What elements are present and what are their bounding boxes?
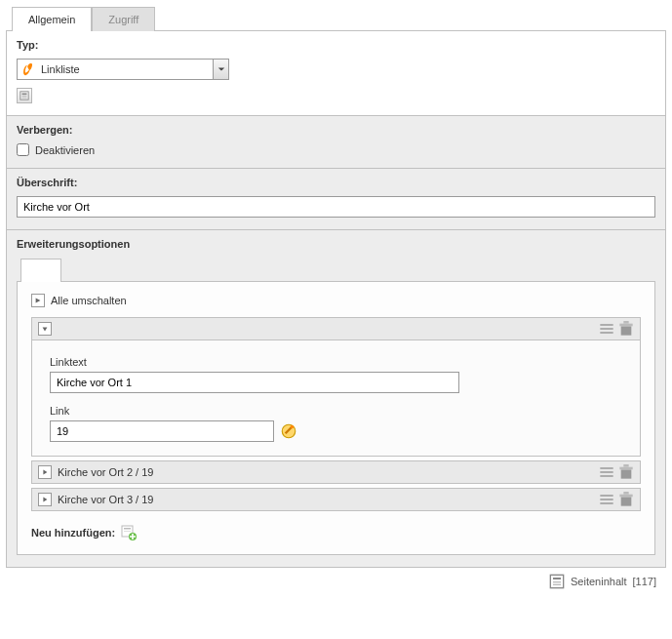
deactivate-label: Deaktivieren [35,144,95,156]
svg-rect-4 [623,321,628,324]
deactivate-row[interactable]: Deaktivieren [17,143,655,156]
main-tab-bar: Allgemein Zugriff [12,6,666,30]
drag-icon[interactable] [599,492,614,507]
item-3-summary: Kirche vor Ort 3 / 19 [58,494,593,505]
svg-rect-10 [124,528,131,530]
delete-icon[interactable] [618,321,634,337]
tab-access[interactable]: Zugriff [92,7,155,31]
svg-rect-14 [553,578,561,579]
page-content-icon [549,574,565,589]
footer-label: Seiteninhalt [571,576,627,587]
svg-rect-7 [623,464,628,467]
expand-icon[interactable] [38,493,52,506]
linktext-input[interactable] [50,372,459,393]
hide-label: Verbergen: [17,124,655,136]
item-2-summary: Kirche vor Ort 2 / 19 [58,466,593,478]
link-input[interactable] [50,420,274,442]
expand-icon[interactable] [38,465,52,479]
add-new-label: Neu hinzufügen: [31,527,115,539]
link-label: Link [50,405,622,417]
headline-label: Überschrift: [17,177,655,188]
typo3-icon [21,62,35,76]
item-1-body: Linktext Link [31,340,641,457]
svg-rect-16 [553,584,561,585]
svg-rect-8 [623,492,628,495]
content-element-icon[interactable] [17,88,32,103]
svg-rect-3 [22,98,27,99]
type-select-value: Linkliste [41,63,213,75]
linktext-label: Linktext [50,356,622,368]
footer-id: [117] [633,576,656,587]
item-1-header[interactable] [31,317,641,340]
svg-point-6 [291,425,294,428]
delete-icon[interactable] [618,492,634,507]
link-wizard-icon[interactable] [280,422,297,440]
drag-icon[interactable] [599,321,614,337]
add-new-icon[interactable] [121,525,137,540]
delete-icon[interactable] [618,464,634,480]
extension-options-label: Erweiterungsoptionen [17,238,655,250]
tab-general[interactable]: Allgemein [12,7,92,31]
svg-rect-1 [22,94,27,96]
chevron-down-icon [213,60,228,79]
toggle-all-button[interactable] [31,294,45,307]
svg-rect-2 [22,96,27,97]
item-3-row[interactable]: Kirche vor Ort 3 / 19 [31,488,641,511]
type-label: Typ: [17,39,655,51]
flexform-tab[interactable] [20,259,61,282]
deactivate-checkbox[interactable] [17,143,29,156]
item-2-row[interactable]: Kirche vor Ort 2 / 19 [31,460,641,484]
toggle-all-label: Alle umschalten [51,295,127,306]
drag-icon[interactable] [599,464,614,480]
svg-rect-15 [553,581,561,582]
svg-rect-11 [124,531,131,532]
headline-input[interactable] [17,196,655,218]
collapse-icon[interactable] [38,322,52,336]
type-select[interactable]: Linkliste [17,59,229,80]
